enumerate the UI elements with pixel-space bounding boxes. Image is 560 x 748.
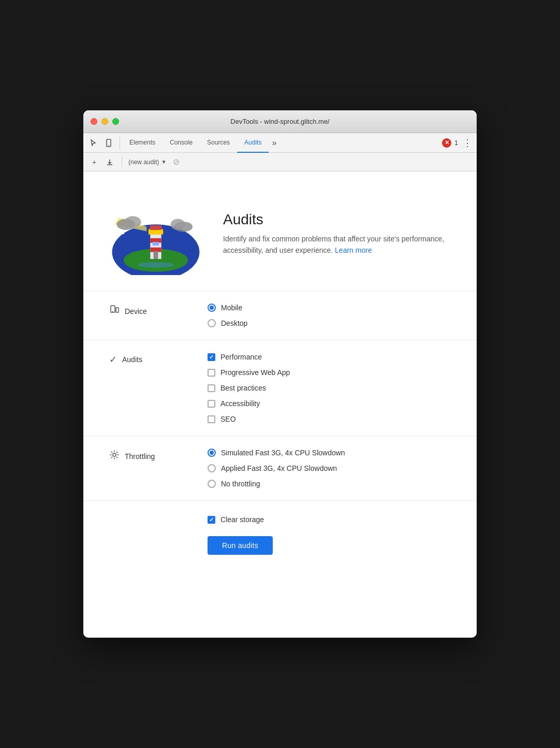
desktop-label: Desktop	[221, 319, 247, 327]
desktop-option[interactable]: Desktop	[208, 319, 451, 327]
performance-option[interactable]: ✓ Performance	[208, 353, 451, 361]
best-practices-option[interactable]: Best practices	[208, 384, 451, 392]
svg-rect-21	[153, 242, 159, 246]
best-practices-checkbox[interactable]	[208, 384, 215, 392]
hero-description: Identify and fix common problems that af…	[223, 233, 451, 256]
applied-fast-3g-radio[interactable]	[208, 464, 216, 472]
simulated-fast-3g-radio[interactable]	[208, 449, 216, 457]
device-options: Mobile Desktop	[208, 304, 451, 327]
close-button[interactable]	[91, 118, 97, 125]
device-label: Device	[109, 304, 192, 318]
tab-audits[interactable]: Audits	[237, 133, 269, 153]
simulated-fast-3g-label: Simulated Fast 3G, 4x CPU Slowdown	[221, 449, 345, 457]
performance-label: Performance	[220, 353, 262, 361]
accessibility-checkbox[interactable]	[208, 400, 215, 408]
no-throttling-option[interactable]: No throttling	[208, 480, 451, 488]
error-count: 1	[454, 139, 458, 147]
svg-point-3	[127, 214, 129, 217]
run-audits-button[interactable]: Run audits	[208, 536, 273, 555]
throttling-setting-row: Throttling Simulated Fast 3G, 4x CPU Slo…	[83, 436, 477, 501]
clear-storage-row: ✓ Clear storage	[208, 515, 451, 524]
maximize-button[interactable]	[112, 118, 119, 125]
error-badge: ✕	[442, 138, 451, 148]
audits-options: ✓ Performance Progressive Web App Best p…	[208, 353, 451, 423]
pwa-checkbox[interactable]	[208, 369, 215, 377]
svg-point-11	[125, 216, 141, 228]
mobile-label: Mobile	[221, 304, 242, 312]
tabs-more-button[interactable]: »	[269, 133, 279, 153]
svg-point-4	[137, 208, 138, 209]
best-practices-label: Best practices	[220, 384, 266, 392]
seo-option[interactable]: SEO	[208, 415, 451, 423]
devtools-tabs-bar: Elements Console Sources Audits » ✕ 1 ⋮	[83, 133, 477, 153]
seo-label: SEO	[220, 415, 236, 423]
svg-point-8	[123, 233, 124, 235]
tab-console[interactable]: Console	[163, 133, 200, 153]
applied-fast-3g-label: Applied Fast 3G, 4x CPU Slowdown	[221, 464, 337, 472]
clear-storage-checkbox[interactable]: ✓	[208, 516, 215, 524]
mobile-radio[interactable]	[208, 304, 216, 312]
no-throttling-radio[interactable]	[208, 480, 216, 488]
svg-point-22	[137, 262, 174, 268]
svg-point-7	[187, 212, 189, 214]
accessibility-option[interactable]: Accessibility	[208, 399, 451, 408]
window-title: DevTools - wind-sprout.glitch.me/	[230, 118, 329, 125]
error-icon: ✕	[445, 139, 449, 146]
pwa-option[interactable]: Progressive Web App	[208, 368, 451, 377]
simulated-fast-3g-option[interactable]: Simulated Fast 3G, 4x CPU Slowdown	[208, 449, 451, 457]
mobile-option[interactable]: Mobile	[208, 304, 451, 312]
svg-rect-25	[116, 308, 119, 312]
audits-label-text: Audits	[122, 355, 142, 364]
svg-point-26	[113, 453, 116, 456]
new-audit-button[interactable]: +	[89, 156, 100, 168]
device-label-text: Device	[125, 307, 147, 315]
tab-sources[interactable]: Sources	[200, 133, 237, 153]
devtools-menu-button[interactable]: ⋮	[461, 137, 474, 149]
audit-selector[interactable]: (new audit) ▼	[128, 159, 166, 166]
tab-icon-group	[86, 136, 120, 150]
download-button[interactable]	[104, 156, 115, 168]
throttling-options: Simulated Fast 3G, 4x CPU Slowdown Appli…	[208, 449, 451, 488]
device-setting-row: Device Mobile Desktop	[83, 291, 477, 340]
hero-text: Audits Identify and fix common problems …	[223, 211, 451, 256]
minimize-button[interactable]	[101, 118, 108, 125]
bottom-section: ✓ Clear storage Run audits	[83, 501, 477, 569]
block-button[interactable]: ⊘	[170, 156, 182, 168]
audits-setting-row: ✓ Audits ✓ Performance Progressive Web A…	[83, 340, 477, 436]
cursor-icon[interactable]	[86, 136, 100, 150]
svg-point-5	[169, 210, 171, 212]
title-bar: DevTools - wind-sprout.glitch.me/	[83, 110, 477, 133]
mobile-icon[interactable]	[102, 136, 115, 150]
audits-label: ✓ Audits	[109, 353, 192, 365]
throttling-label-text: Throttling	[125, 452, 155, 461]
gear-icon	[109, 450, 120, 463]
performance-checkbox[interactable]: ✓	[208, 353, 215, 361]
svg-point-13	[170, 219, 185, 230]
svg-rect-19	[150, 225, 161, 230]
svg-rect-20	[154, 251, 158, 259]
no-throttling-label: No throttling	[221, 480, 260, 488]
accessibility-label: Accessibility	[220, 399, 260, 408]
window-controls	[91, 118, 119, 125]
lighthouse-illustration	[109, 192, 202, 275]
audit-toolbar: + (new audit) ▼ ⊘	[83, 153, 477, 171]
settings-section: Device Mobile Desktop ✓ Audi	[83, 291, 477, 501]
dropdown-arrow-icon: ▼	[161, 159, 166, 165]
seo-checkbox[interactable]	[208, 415, 215, 423]
clear-storage-label: Clear storage	[220, 515, 264, 524]
pwa-label: Progressive Web App	[220, 368, 290, 377]
checkmark-icon: ✓	[109, 354, 117, 365]
hero-section: Audits Identify and fix common problems …	[83, 171, 477, 291]
learn-more-link[interactable]: Learn more	[335, 246, 372, 254]
toolbar-separator	[122, 157, 122, 167]
throttling-label: Throttling	[109, 449, 192, 463]
tab-elements[interactable]: Elements	[122, 133, 163, 153]
hero-title: Audits	[223, 211, 451, 228]
devtools-window: DevTools - wind-sprout.glitch.me/ Elemen…	[83, 110, 477, 638]
desktop-radio[interactable]	[208, 319, 216, 327]
error-indicator: ✕ 1 ⋮	[442, 137, 474, 149]
applied-fast-3g-option[interactable]: Applied Fast 3G, 4x CPU Slowdown	[208, 464, 451, 472]
device-icon	[109, 305, 120, 318]
main-content: Audits Identify and fix common problems …	[83, 171, 477, 638]
audit-select-text: (new audit)	[128, 159, 159, 166]
